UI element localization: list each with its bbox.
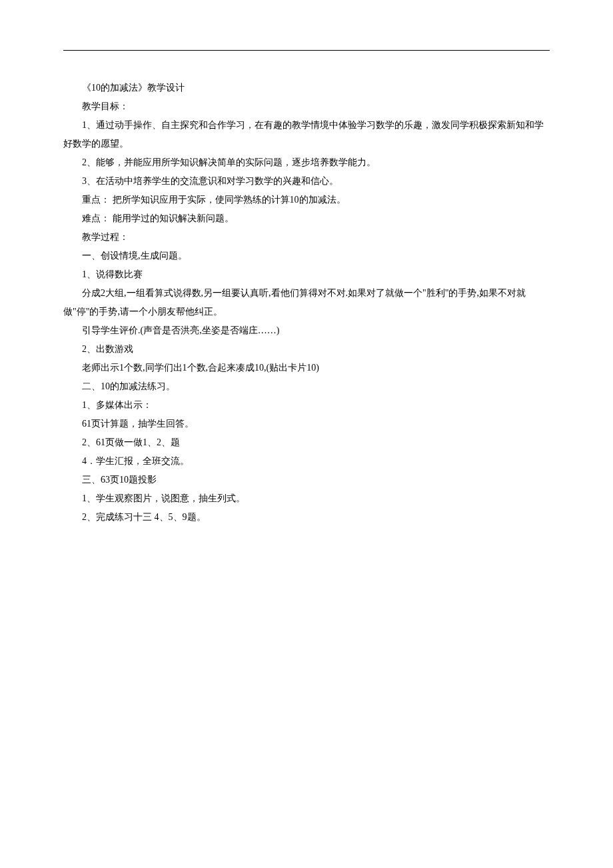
activity-2-1: 1、多媒体出示： bbox=[63, 396, 550, 415]
activity-3-1: 1、学生观察图片，说图意，抽生列式。 bbox=[63, 489, 550, 508]
top-separator bbox=[63, 50, 550, 51]
objective-2: 2、能够，并能应用所学知识解决简单的实际问题，逐步培养数学能力。 bbox=[63, 153, 550, 172]
section-1-heading: 一、创设情境,生成问题。 bbox=[63, 247, 550, 265]
activity-1-2-detail: 老师出示1个数,同学们出1个数,合起来凑成10,(贴出卡片10) bbox=[63, 359, 550, 377]
difficulty: 难点： 能用学过的知识解决新问题。 bbox=[63, 209, 550, 228]
activity-1-2: 2、出数游戏 bbox=[63, 340, 550, 359]
title: 《10的加减法》教学设计 bbox=[63, 79, 550, 97]
section-2-heading: 二、10的加减法练习。 bbox=[63, 377, 550, 396]
document-body: 《10的加减法》教学设计 教学目标： 1、通过动手操作、自主探究和合作学习，在有… bbox=[63, 79, 550, 527]
activity-2-1-detail: 61页计算题，抽学生回答。 bbox=[63, 415, 550, 433]
activity-2-4: 4．学生汇报，全班交流。 bbox=[63, 452, 550, 471]
activity-1-1: 1、说得数比赛 bbox=[63, 265, 550, 284]
section-3-heading: 三、63页10题投影 bbox=[63, 471, 550, 489]
activity-1-1-eval: 引导学生评价.(声音是否洪亮,坐姿是否端庄……) bbox=[63, 321, 550, 340]
process-heading: 教学过程： bbox=[63, 228, 550, 247]
key-point: 重点： 把所学知识应用于实际，使同学熟练的计算10的加减法。 bbox=[63, 191, 550, 209]
objective-3: 3、在活动中培养学生的交流意识和对学习数学的兴趣和信心。 bbox=[63, 172, 550, 191]
activity-1-1-detail: 分成2大组,一组看算式说得数,另一组要认真听,看他们算得对不对.如果对了就做一个… bbox=[63, 284, 550, 321]
activity-2-2: 2、61页做一做1、2、题 bbox=[63, 433, 550, 452]
objectives-heading: 教学目标： bbox=[63, 97, 550, 116]
objective-1: 1、通过动手操作、自主探究和合作学习，在有趣的教学情境中体验学习数学的乐趣，激发… bbox=[63, 116, 550, 153]
activity-3-2: 2、完成练习十三 4、5、9题。 bbox=[63, 508, 550, 527]
